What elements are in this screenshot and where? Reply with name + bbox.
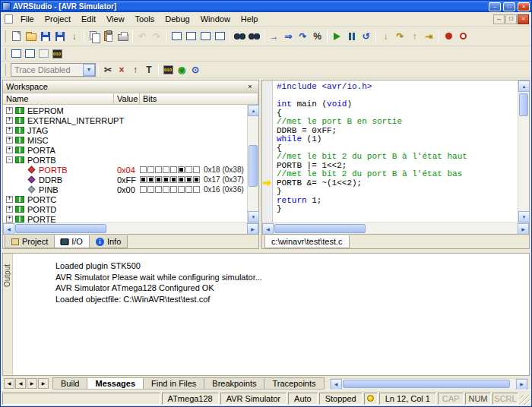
code-line[interactable]: while (1) (262, 135, 518, 144)
paste-button[interactable] (101, 29, 116, 43)
bit-checkbox[interactable] (185, 166, 192, 173)
scroll-right-icon[interactable]: ▶ (516, 379, 527, 390)
bit-checkbox[interactable] (147, 166, 154, 173)
menu-item-edit[interactable]: Edit (76, 13, 101, 25)
document-tab-test-c[interactable]: c:\winavr\test\test.c (264, 235, 350, 248)
output-tab-tracepoints[interactable]: Tracepoints (264, 377, 324, 390)
workspace-horizontal-scrollbar[interactable]: ◀ ▶ (3, 222, 258, 234)
output-tab-scroll-next-icon[interactable]: ▶ (27, 378, 37, 389)
save-file-button[interactable] (38, 29, 52, 43)
show-next-statement-button[interactable]: → (267, 29, 281, 43)
watch-register-button[interactable]: ◉ (175, 63, 188, 76)
maximize-button[interactable]: □ (503, 2, 515, 11)
bit-checkbox[interactable] (193, 186, 200, 193)
auto-step-button[interactable]: ↷ (296, 29, 310, 43)
expander-icon[interactable]: + (6, 147, 13, 153)
expander-icon[interactable]: + (6, 127, 13, 134)
bit-checkbox[interactable] (163, 166, 169, 173)
scroll-up-icon[interactable]: ▲ (518, 80, 530, 92)
step-out-button[interactable]: ↑ (407, 29, 422, 43)
toolbar-grip[interactable] (4, 30, 6, 43)
bit-checkbox[interactable] (155, 166, 162, 173)
bit-checkbox[interactable] (170, 186, 177, 193)
open-file-button[interactable] (24, 29, 38, 43)
code-line[interactable]: PORTB &= ~(1<<2); (262, 179, 518, 188)
step-into-button[interactable]: ↓ (378, 29, 393, 43)
scroll-up-icon[interactable]: ▲ (248, 105, 259, 116)
bit-checkbox[interactable] (163, 176, 169, 183)
tree-group-portc[interactable]: +PORTC (3, 194, 247, 204)
bit-checkbox[interactable] (140, 186, 147, 193)
workspace-close-icon[interactable]: × (245, 82, 255, 92)
cut-trace-button[interactable]: ✂ (101, 63, 115, 76)
mdi-minimize-button[interactable]: – (493, 14, 505, 24)
clear-trace-button[interactable]: × (115, 63, 128, 76)
tree-register-ddrb[interactable]: DDRB0xFF0x17 (0x37) (3, 175, 247, 185)
scroll-down-icon[interactable]: ▼ (518, 211, 530, 222)
scroll-left-icon[interactable]: ◀ (331, 379, 342, 390)
find-button[interactable] (233, 29, 247, 43)
bit-checkbox[interactable] (178, 166, 185, 173)
editor-vertical-scrollbar[interactable]: ▲ ▼ (518, 80, 529, 222)
watch-window-button[interactable] (36, 47, 50, 60)
menu-item-debug[interactable]: Debug (160, 13, 195, 25)
editor-horizontal-scrollbar[interactable]: ◀ ▶ (262, 222, 529, 234)
column-header-value[interactable]: Value (114, 93, 140, 105)
output-tab-find-in-files[interactable]: Find in Files (143, 377, 204, 390)
redo-button[interactable]: ↷ (150, 29, 164, 43)
run-to-end-button[interactable]: ⇥ (422, 29, 436, 43)
scrollbar-thumb[interactable] (249, 145, 258, 187)
output-horizontal-scrollbar[interactable]: ◀ ▶ (330, 378, 528, 390)
bit-checkbox[interactable] (170, 176, 177, 183)
move-trace-up-button[interactable]: ↑ (128, 63, 142, 76)
bit-checkbox[interactable] (140, 166, 147, 173)
trace-mode-dropdown[interactable]: Trace Disabled ▼ (11, 63, 96, 77)
output-tab-messages[interactable]: Messages (87, 377, 144, 390)
output-messages[interactable]: Loaded plugin STK500AVR Simulator Please… (13, 254, 529, 375)
output-tab-scroll-prev-icon[interactable]: ◀ (15, 378, 26, 389)
break-button[interactable] (344, 29, 359, 43)
program-download-button[interactable]: ↓ (67, 29, 81, 43)
expander-icon[interactable]: - (6, 156, 13, 163)
code-line[interactable]: return 1; (262, 197, 518, 206)
code-line[interactable]: #include <avr/io.h> (262, 83, 518, 92)
expander-icon[interactable]: + (6, 137, 13, 144)
io-window-button[interactable]: 010 (50, 47, 64, 60)
code-line[interactable]: int main (void) (262, 100, 518, 109)
toolbar-grip[interactable] (4, 64, 6, 76)
bit-checkbox[interactable] (147, 186, 154, 193)
scrollbar-thumb[interactable] (343, 380, 510, 388)
tree-group-eeprom[interactable]: +EEPROM (3, 106, 247, 115)
bit-checkbox[interactable] (155, 186, 162, 193)
bit-checkbox[interactable] (185, 176, 192, 183)
tree-group-external-interrupt[interactable]: +EXTERNAL_INTERRUPT (3, 115, 247, 125)
bit-checkbox[interactable] (185, 186, 192, 193)
toolbar-grip[interactable] (4, 48, 6, 60)
workspace-tab-i-o[interactable]: I/O (54, 235, 90, 248)
scrollbar-thumb[interactable] (15, 224, 106, 233)
output-tab-breakpoints[interactable]: Breakpoints (204, 377, 264, 390)
expander-icon[interactable]: + (6, 117, 13, 124)
tree-group-portd[interactable]: +PORTD (3, 204, 247, 214)
expander-icon[interactable]: + (6, 196, 13, 203)
workspace-tab-project[interactable]: Project (5, 235, 55, 248)
scroll-left-icon[interactable]: ◀ (3, 223, 14, 235)
menu-item-project[interactable]: Project (40, 13, 76, 25)
workspace-toggle-button[interactable] (213, 29, 227, 43)
disassembler-button[interactable]: 010 (161, 63, 175, 76)
trace-dropdown-arrow-icon[interactable]: ▼ (83, 64, 95, 76)
save-all-button[interactable] (52, 29, 67, 43)
print-button[interactable] (116, 29, 130, 43)
output-tab-scroll-last-icon[interactable]: ▶ (38, 378, 49, 389)
minimize-button[interactable]: – (489, 2, 501, 11)
code-line[interactable]: } (262, 205, 518, 214)
output-tab-scroll-first-icon[interactable]: ◀ (4, 378, 14, 389)
tree-register-portb[interactable]: PORTB0x040x18 (0x38) (3, 165, 247, 175)
tree-group-portb[interactable]: -PORTB (3, 155, 247, 165)
run-button[interactable] (330, 29, 344, 43)
tree-group-porta[interactable]: +PORTA (3, 145, 247, 155)
scrollbar-thumb[interactable] (274, 224, 366, 233)
tree-group-jtag[interactable]: +JTAG (3, 125, 247, 135)
resize-grip[interactable] (520, 395, 530, 405)
menu-item-view[interactable]: View (101, 13, 130, 25)
